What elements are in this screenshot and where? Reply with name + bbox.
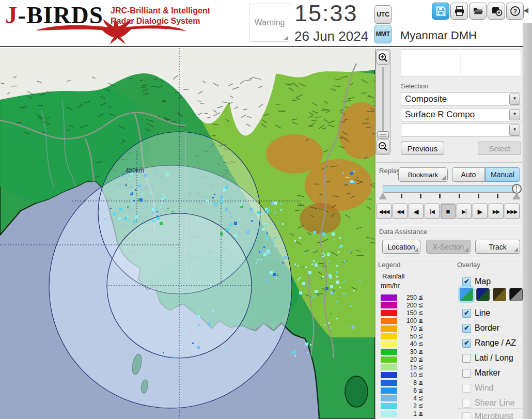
legend-value: 10 [398,371,417,379]
rain-cell [126,184,127,186]
zoom-in-button[interactable] [377,51,389,65]
play-reverse-button[interactable]: ◀ [409,204,424,219]
product-category-dropdown[interactable]: Composite [401,92,521,106]
zoom-out-button[interactable] [377,139,389,153]
overlay-line-checkbox[interactable]: ✔ [462,309,471,318]
legend-row: 1≦ [381,410,443,417]
rain-cell [349,251,350,253]
product-type-dropdown[interactable]: Surface R Compo [401,108,521,121]
legend-row: 40≦ [381,340,443,348]
rain-cell [251,243,253,245]
radar-map[interactable]: 450km [0,48,375,419]
overlay-map-checkbox[interactable]: ✔ [462,277,471,286]
legend-color-swatch [381,380,397,386]
rain-cell [304,253,305,254]
rain-cell [270,271,273,274]
step-back-button[interactable]: |◀ [425,204,440,219]
x-section-button[interactable]: X-Section [426,240,471,254]
timeline-end-marker[interactable] [512,193,521,199]
mmt-button[interactable]: MMT [374,25,392,43]
rain-cell [299,291,302,294]
manual-mode-button[interactable]: Manual [485,167,520,182]
fast-forward-button[interactable]: ▶▶ [489,204,504,219]
floppy-icon [435,5,447,17]
legend-color-swatch [381,387,397,394]
status-display-box [401,49,521,76]
rain-cell [313,250,315,251]
legend-color-swatch [381,341,397,347]
product-option-dropdown[interactable] [401,123,521,137]
overlay-row-microburst: Microburst [457,411,529,419]
rain-cell [333,290,335,291]
stop-button[interactable]: ■ [441,204,456,219]
legend-color-swatch [381,302,397,308]
rain-cell [298,265,299,267]
question-icon: ? [509,5,521,17]
timeline-start-marker[interactable] [379,193,387,199]
zoom-slider-handle[interactable] [377,131,389,138]
print-button[interactable] [450,3,468,20]
rain-cell [318,270,319,271]
chevron-down-icon[interactable] [509,109,520,120]
rain-cell [205,195,206,197]
overlay-microburst-checkbox [462,412,471,419]
rain-cell [313,231,316,234]
rain-cell [132,200,133,201]
chevron-down-icon[interactable] [509,125,520,136]
rain-cell [313,296,315,298]
track-button[interactable]: Track [475,240,520,254]
legend-row: 250≦ [381,293,443,301]
warning-button[interactable]: Warning [249,4,290,42]
rain-cell [267,212,268,214]
step-forward-button[interactable]: ▶| [457,204,472,219]
checkmark-icon: ✔ [464,339,470,347]
magnifier-minus-icon [378,141,388,152]
previous-button[interactable]: Previous [401,142,444,155]
rewind-button[interactable]: ◀◀ [393,204,408,219]
rainfall-echo-layer [0,48,375,419]
legend-row: 100≦ [381,317,443,324]
overlay-range-az-checkbox[interactable]: ✔ [462,339,471,348]
legend-threshold-sign: ≦ [418,325,423,332]
clock: 15:33 26 Jun 2024 [294,0,377,44]
rain-cell [298,279,299,281]
chevron-down-icon[interactable] [509,94,520,105]
overlay-border-checkbox[interactable]: ✔ [462,324,471,333]
bookmark-button[interactable]: Bookmark [398,167,448,182]
select-button[interactable]: Select [478,142,521,155]
save-button[interactable] [432,3,449,20]
separator [457,350,523,350]
utc-button[interactable]: UTC [374,5,392,24]
rain-cell [223,191,225,192]
rain-cell [350,172,353,175]
panel-collapse-arrow-icon[interactable]: ◀ [523,6,528,14]
zoom-slider-track[interactable] [382,67,384,134]
rain-cell [143,220,144,222]
rain-cell [214,203,217,206]
overlay-row-lati-long: Lati / Long [457,352,529,364]
logo-subtitle-line2: Radar Dialogic System [111,16,210,26]
overlay-lati-long-checkbox[interactable] [462,354,471,363]
overlay-line-label: Line [475,308,490,318]
legend-row: 8≦ [381,379,443,386]
rain-cell [169,318,170,319]
map-style-swatch-1[interactable] [460,288,473,301]
overlay-marker-checkbox[interactable] [462,369,471,378]
auto-mode-button[interactable]: Auto [452,167,485,182]
panel-edge-strip[interactable] [523,23,532,419]
fastest-forward-button[interactable]: ▶▶▶ [505,204,520,219]
timeline-track[interactable] [383,185,520,193]
play-button[interactable]: ▶ [473,204,488,219]
map-style-swatch-4[interactable] [509,288,523,301]
map-style-swatch-3[interactable] [493,288,506,301]
map-style-swatch-2[interactable] [476,288,490,301]
capture-add-button[interactable] [488,3,505,20]
open-folder-button[interactable] [469,3,487,20]
help-button[interactable]: ? [506,3,524,20]
legend-threshold-sign: ≦ [418,379,423,386]
fast-rewind-button[interactable]: ◀◀◀ [377,204,392,219]
svg-text:?: ? [513,8,517,15]
location-button[interactable]: Location [382,240,420,254]
rain-cell [132,203,133,205]
rain-cell [135,189,136,191]
